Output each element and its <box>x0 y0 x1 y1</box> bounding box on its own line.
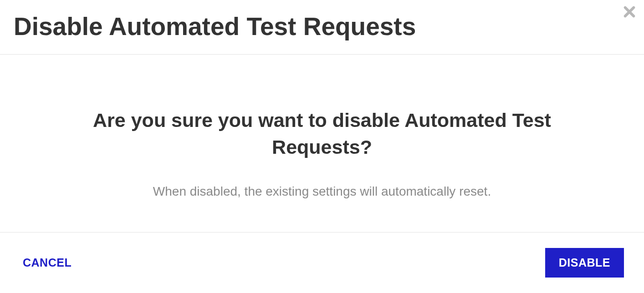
modal-header: Disable Automated Test Requests <box>0 0 644 54</box>
cancel-button[interactable]: CANCEL <box>23 256 72 269</box>
modal-body: Are you sure you want to disable Automat… <box>0 55 644 233</box>
modal-title: Disable Automated Test Requests <box>14 13 630 40</box>
confirmation-heading: Are you sure you want to disable Automat… <box>41 107 603 161</box>
disable-button[interactable]: DISABLE <box>545 248 624 278</box>
close-icon[interactable] <box>623 5 636 18</box>
modal-footer: CANCEL DISABLE <box>0 232 644 293</box>
modal-body-scroll[interactable]: Are you sure you want to disable Automat… <box>0 54 644 233</box>
confirmation-subtext: When disabled, the existing settings wil… <box>41 182 603 200</box>
confirmation-modal: Disable Automated Test Requests Are you … <box>0 0 644 293</box>
